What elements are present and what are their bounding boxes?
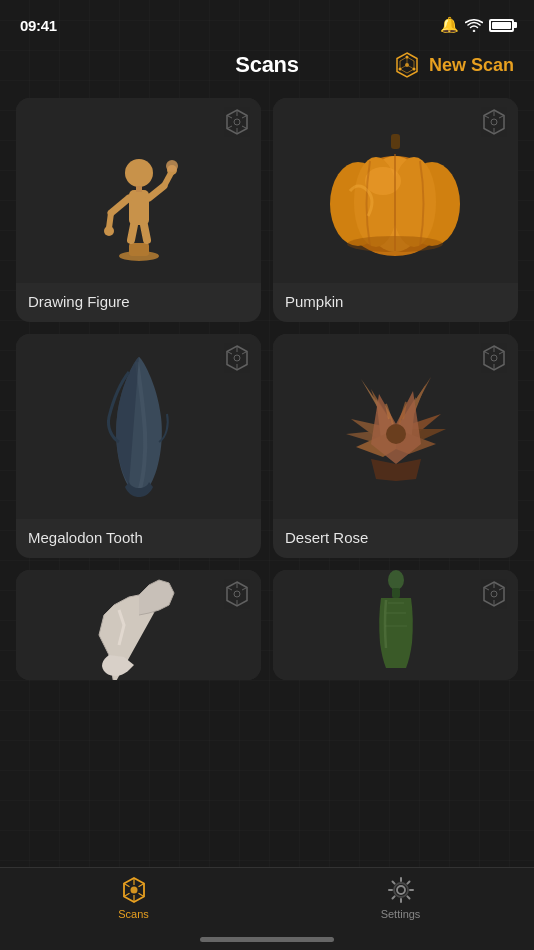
svg-point-32 — [491, 119, 497, 125]
nav-header: Scans New Scan — [0, 44, 534, 90]
scans-tab-icon — [120, 876, 148, 904]
ar-icon — [480, 580, 508, 608]
svg-point-60 — [234, 591, 240, 597]
scan-card-drawing-figure-label: Drawing Figure — [16, 283, 261, 322]
main-content: Drawing Figure — [0, 90, 534, 680]
svg-point-80 — [130, 887, 137, 894]
partial-right-image — [366, 570, 426, 680]
svg-line-22 — [111, 198, 129, 213]
svg-rect-21 — [136, 186, 142, 192]
page-title: Scans — [235, 52, 298, 78]
settings-tab-label: Settings — [381, 908, 421, 920]
svg-rect-37 — [391, 134, 400, 149]
svg-point-20 — [125, 159, 153, 187]
svg-line-29 — [144, 225, 147, 240]
scan-card-partial-left-image — [16, 570, 261, 680]
ar-icon — [223, 344, 251, 372]
svg-point-16 — [234, 119, 240, 125]
svg-rect-18 — [129, 243, 149, 256]
scan-card-desert-rose[interactable]: Desert Rose — [273, 334, 518, 558]
svg-point-6 — [405, 56, 408, 59]
svg-rect-19 — [129, 190, 149, 225]
scan-card-partial-right[interactable] — [273, 570, 518, 680]
scan-card-drawing-figure-image — [16, 98, 261, 283]
new-scan-cube-icon — [393, 51, 421, 79]
scan-card-megalodon-tooth[interactable]: Megalodon Tooth — [16, 334, 261, 558]
svg-point-43 — [392, 157, 436, 247]
svg-point-24 — [104, 226, 114, 236]
drawing-figure-image — [99, 118, 179, 263]
home-indicator — [200, 937, 334, 942]
ar-icon — [223, 108, 251, 136]
ar-icon — [480, 344, 508, 372]
svg-point-30 — [166, 160, 178, 172]
svg-point-58 — [386, 424, 406, 444]
scan-card-pumpkin-label: Pumpkin — [273, 283, 518, 322]
desert-rose-image — [331, 369, 461, 484]
pumpkin-image — [328, 126, 463, 256]
svg-point-71 — [388, 570, 404, 590]
svg-line-28 — [131, 225, 134, 240]
scan-card-desert-rose-image — [273, 334, 518, 519]
scan-card-partial-left[interactable] — [16, 570, 261, 680]
svg-point-47 — [234, 355, 240, 361]
battery-icon — [489, 19, 514, 32]
svg-point-81 — [397, 886, 405, 894]
ar-icon — [480, 108, 508, 136]
scan-card-pumpkin-image — [273, 98, 518, 283]
settings-tab-icon — [387, 876, 415, 904]
tab-item-settings[interactable]: Settings — [267, 876, 534, 920]
svg-point-53 — [491, 355, 497, 361]
svg-line-26 — [164, 173, 171, 186]
scans-tab-label: Scans — [118, 908, 149, 920]
svg-point-7 — [412, 68, 415, 71]
new-scan-button[interactable]: New Scan — [393, 51, 514, 79]
svg-line-23 — [109, 213, 111, 228]
new-scan-label: New Scan — [429, 55, 514, 76]
ar-icon — [223, 580, 251, 608]
partial-left-image — [84, 575, 194, 675]
tab-item-scans[interactable]: Scans — [0, 876, 267, 920]
scan-card-megalodon-tooth-image — [16, 334, 261, 519]
svg-rect-72 — [392, 588, 400, 598]
scan-grid: Drawing Figure — [16, 98, 518, 680]
scan-card-pumpkin[interactable]: Pumpkin — [273, 98, 518, 322]
tab-bar: Scans Settings — [0, 867, 534, 950]
scan-card-drawing-figure[interactable]: Drawing Figure — [16, 98, 261, 322]
scan-card-megalodon-tooth-label: Megalodon Tooth — [16, 519, 261, 558]
tooth-image — [99, 352, 179, 502]
svg-point-66 — [491, 591, 497, 597]
svg-point-8 — [398, 68, 401, 71]
scan-card-partial-right-image — [273, 570, 518, 680]
scan-card-desert-rose-label: Desert Rose — [273, 519, 518, 558]
